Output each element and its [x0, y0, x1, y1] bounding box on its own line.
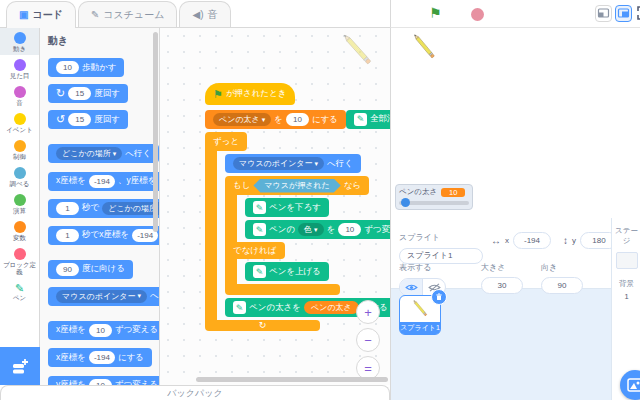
number-input[interactable]: -194: [89, 175, 115, 188]
boolean-block[interactable]: マウスが押された: [253, 179, 340, 193]
monitor-slider[interactable]: [399, 201, 469, 205]
extension-blocks-icon: [11, 357, 29, 375]
tab-sounds[interactable]: ◀) 音: [179, 1, 230, 27]
script-block[interactable]: ✎ペンを上げる: [245, 262, 329, 281]
category-label: 変数: [0, 234, 39, 241]
script-block[interactable]: ペンの太さを10にする: [205, 110, 346, 129]
variable-oval[interactable]: ペンの太さ: [304, 301, 359, 314]
palette-scrollbar[interactable]: [153, 32, 158, 232]
add-extension-button[interactable]: [0, 347, 40, 385]
code-icon: ▣: [19, 10, 28, 20]
add-backdrop-button[interactable]: [620, 370, 640, 400]
palette-block[interactable]: x座標を-194にする: [48, 348, 152, 367]
palette-block[interactable]: ↻15度回す: [48, 84, 128, 103]
tab-code[interactable]: ▣ コード: [6, 1, 76, 28]
palette-block[interactable]: 10歩動かす: [48, 58, 124, 77]
x-position-icon: ↔: [491, 235, 501, 246]
script-block-else[interactable]: でなければ: [225, 242, 285, 259]
horizontal-scrollbar[interactable]: [196, 377, 388, 382]
block-text: ペンを下ろす: [269, 202, 321, 214]
tab-sounds-label: 音: [208, 8, 218, 22]
hat-block[interactable]: ⚑が押されたとき: [205, 83, 295, 105]
tab-costumes[interactable]: ✎ コスチューム: [78, 1, 178, 27]
number-input[interactable]: 15: [68, 113, 91, 126]
palette-block[interactable]: x座標を-194、y座標を180にする: [48, 172, 160, 191]
y-position-icon: ↕: [563, 235, 568, 246]
delete-sprite-button[interactable]: [431, 289, 447, 305]
backdrop-label: 背景: [612, 279, 640, 289]
category-dot: [14, 221, 26, 233]
palette-block[interactable]: y座標を10ずつ変える: [48, 376, 160, 386]
zoom-in-button[interactable]: +: [356, 300, 380, 324]
green-flag-button[interactable]: ⚑: [429, 6, 442, 20]
palette-block[interactable]: マウスのポインターへ向ける: [48, 287, 160, 306]
stop-button[interactable]: [471, 8, 484, 21]
stage-selector[interactable]: ステージ 背景 1: [611, 218, 640, 400]
category-イベント[interactable]: イベント: [0, 109, 39, 136]
number-input[interactable]: -194: [89, 351, 115, 364]
palette-block[interactable]: ↺15度回す: [48, 110, 128, 129]
dropdown-field[interactable]: 色: [298, 223, 324, 236]
stage-selector-title: ステージ: [612, 226, 640, 246]
number-input[interactable]: 15: [68, 87, 91, 100]
number-input[interactable]: 10: [89, 324, 112, 337]
dropdown-field[interactable]: ペンの太さ: [213, 113, 271, 126]
category-演算[interactable]: 演算: [0, 190, 39, 217]
palette-block[interactable]: どこかの場所へ行く: [48, 144, 159, 163]
small-stage-button[interactable]: [595, 5, 612, 22]
number-input[interactable]: 1: [56, 229, 79, 242]
category-ブロック定義[interactable]: ブロック定義: [0, 244, 39, 278]
script-block-foot[interactable]: [225, 284, 340, 295]
normal-stage-button[interactable]: [615, 5, 632, 22]
category-音[interactable]: 音: [0, 82, 39, 109]
number-input[interactable]: 10: [338, 223, 361, 236]
palette-block[interactable]: 1秒でx座標を-194に、y座標を: [48, 226, 160, 245]
sprite-list-item-selected[interactable]: スプライト1: [399, 295, 441, 335]
x-label: x: [505, 236, 509, 245]
block-text: なら: [344, 180, 361, 192]
block-text: を: [274, 114, 283, 126]
palette-block[interactable]: x座標を10ずつ変える: [48, 321, 160, 340]
category-調べる[interactable]: 調べる: [0, 163, 39, 190]
script-block[interactable]: マウスのポインターへ行く: [225, 154, 361, 173]
stage-header: ⚑: [390, 0, 640, 28]
slider-thumb[interactable]: [401, 198, 410, 207]
number-input[interactable]: 90: [56, 263, 79, 276]
palette-block[interactable]: 90度に向ける: [48, 260, 133, 279]
script-block[interactable]: ✎全部消す: [346, 110, 390, 129]
stage[interactable]: ペンの太さ 10: [390, 28, 640, 218]
small-stage-icon: [596, 6, 611, 21]
number-input[interactable]: 1: [56, 202, 79, 215]
category-変数[interactable]: 変数: [0, 217, 39, 244]
script-block[interactable]: ✎ペンを下ろす: [245, 198, 329, 217]
script-block[interactable]: もしマウスが押されたなら: [225, 176, 369, 195]
pen-icon: ✎: [253, 201, 266, 214]
block-text: ペンの太さを: [249, 302, 301, 314]
dropdown-field[interactable]: どこかの場所: [56, 147, 122, 160]
category-制御[interactable]: 制御: [0, 136, 39, 163]
dropdown-field[interactable]: どこかの場所: [102, 202, 160, 215]
category-label: 調べる: [0, 180, 39, 187]
tab-bar: ▣ コード ✎ コスチューム ◀) 音: [0, 0, 390, 28]
palette-block[interactable]: 1秒でどこかの場所へ行く: [48, 199, 160, 218]
number-input[interactable]: 10: [56, 61, 79, 74]
dropdown-field[interactable]: マウスのポインター: [56, 290, 147, 303]
dropdown-field[interactable]: マウスのポインター: [233, 157, 324, 170]
category-見た目[interactable]: 見た目: [0, 55, 39, 82]
script-block-cblock: もしマウスが押されたなら✎ペンを下ろす✎ペンの色を10ずつ変えるでなければ✎ペン…: [225, 176, 390, 295]
category-ペン[interactable]: ✎ペン: [0, 278, 39, 304]
block-text: 秒で: [82, 202, 99, 214]
x-position-field[interactable]: -194: [513, 232, 551, 249]
backpack-bar[interactable]: バックパック: [0, 385, 390, 400]
script-area[interactable]: ⚑が押されたときペンの太さを10にする✎全部消すずっとマウスのポインターへ行くも…: [160, 28, 390, 385]
number-input[interactable]: 10: [286, 113, 309, 126]
category-動き[interactable]: 動き: [0, 28, 39, 55]
variable-monitor[interactable]: ペンの太さ 10: [395, 184, 473, 210]
script-block-foot[interactable]: ↻: [205, 320, 320, 331]
script-block[interactable]: ずっと: [205, 132, 247, 151]
zoom-out-button[interactable]: −: [356, 328, 380, 352]
category-dot: [14, 32, 26, 44]
script-block[interactable]: ✎ペンの色を10ずつ変える: [245, 220, 390, 239]
pen-icon: ✎: [233, 301, 246, 314]
pencil-sprite[interactable]: [404, 28, 443, 66]
